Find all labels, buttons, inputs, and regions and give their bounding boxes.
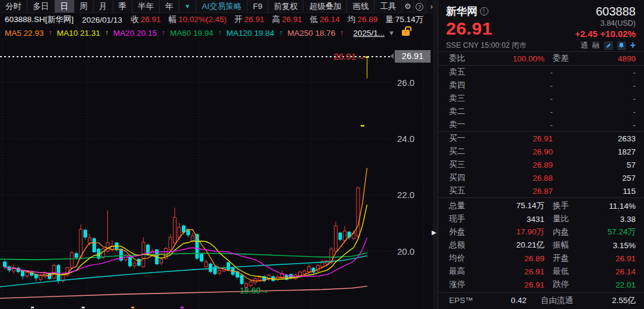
weibi-label: 委比 (449, 53, 482, 64)
menu-画线[interactable]: 画线 (347, 0, 374, 13)
weicha-value: 4890 (592, 54, 636, 63)
field-均: 均26.89 (348, 14, 377, 25)
bid-row-买五[interactable]: 买五26.87115 (438, 184, 644, 197)
quote-fields: 收26.91幅10.02%(2.45)开26.91高26.91低26.14均26… (131, 14, 431, 25)
ma-trend-arrow: ↑ (279, 29, 283, 37)
tab-年[interactable]: 年 (160, 0, 179, 13)
stat-l1: 外盘 (449, 227, 482, 237)
alert-bell-icon[interactable] (617, 41, 626, 50)
field-开: 开26.91 (234, 14, 264, 25)
MA250-line (0, 286, 367, 298)
period-dropdown-icon[interactable]: ▼ (179, 0, 197, 13)
stat-v1: 26.89 (482, 254, 544, 263)
bid-row-买二[interactable]: 买二26.901827 (438, 145, 644, 158)
ma-trend-arrow: ↑ (340, 29, 343, 37)
ask-row-卖一[interactable]: 卖一-- (438, 118, 644, 131)
tab-月[interactable]: 月 (94, 0, 113, 13)
stat-v2: 22.01 (592, 280, 636, 289)
edit-icon[interactable] (604, 41, 613, 50)
eps-value: 0.42 (491, 296, 527, 305)
weibi-row: 委比 100.00% 委差 4890 (438, 52, 644, 65)
stat-l2: 跌停 (553, 279, 592, 290)
range-caret-icon[interactable]: ▼ (388, 29, 395, 36)
stat-row-外盘: 外盘17.90万内盘57.24万 (438, 225, 644, 239)
info-icon[interactable]: ! (480, 7, 488, 16)
stat-l1: 涨停 (449, 279, 482, 290)
svg-text:24.0: 24.0 (397, 134, 414, 144)
ask-row-卖三[interactable]: 卖三-- (438, 92, 644, 105)
stat-v2: 26.14 (592, 267, 636, 276)
stat-l2: 换手 (553, 200, 592, 211)
help-icon[interactable]: ? (414, 0, 426, 13)
ask-book: 卖五--卖四--卖三--卖二--卖一-- (438, 65, 644, 131)
stat-v1: 3431 (482, 215, 544, 224)
stat-v1: 75.14万 (482, 200, 544, 211)
tab-日[interactable]: 日 (55, 0, 75, 13)
stat-v2: 11.14% (592, 202, 636, 211)
field-高: 高26.91 (272, 14, 302, 25)
ask-row-卖二[interactable]: 卖二-- (438, 105, 644, 118)
tab-分时[interactable]: 分时 (0, 0, 27, 13)
ma-legend-MA60: MA60 19.94 (170, 29, 213, 38)
stat-l2: 内盘 (553, 227, 592, 237)
quote-header: 新华网 ! 603888 26.91 3.84(USD) +2.45 +10.0… (438, 0, 644, 51)
badge-融[interactable]: 融 (592, 41, 600, 51)
collapse-panel-icon[interactable]: ▶ (432, 229, 436, 236)
chart-canvas[interactable]: 26.024.022.020.026.91→18.60→ (0, 39, 433, 309)
stat-v1: 26.91 (482, 267, 544, 276)
menu-工具[interactable]: 工具 (374, 0, 402, 13)
field-量: 量75.14万 (385, 14, 423, 25)
footer-section: EPS™ 0.42 自由流通 2.55亿 (438, 292, 644, 308)
ma-trend-arrow: ↑ (218, 29, 222, 37)
gear-icon[interactable]: ⚙ (402, 0, 414, 13)
last-price: 26.91 (446, 19, 493, 38)
bid-row-买四[interactable]: 买四26.88257 (438, 171, 644, 184)
stat-l1: 总量 (449, 200, 482, 211)
symbol-label: 603888.SH[新华网] (5, 14, 74, 25)
stat-l1: 现手 (449, 214, 482, 224)
tab-半年[interactable]: 半年 (132, 0, 160, 13)
stat-v2: 26.91 (592, 254, 636, 263)
menu-超级叠加[interactable]: 超级叠加 (304, 0, 347, 13)
add-watchlist-icon[interactable]: + (630, 40, 636, 51)
badge-通[interactable]: 通 (581, 41, 589, 51)
field-低: 低26.14 (310, 14, 340, 25)
menu-F9[interactable]: F9 (247, 0, 268, 13)
unlock-icon[interactable] (402, 30, 410, 36)
ma-legend-MA5: MA5 22.93 (5, 29, 44, 38)
stat-v1: 26.91 (482, 280, 544, 289)
stat-l2: 最低 (553, 266, 592, 277)
eps-label: EPS™ (449, 296, 491, 305)
ask-row-卖五[interactable]: 卖五-- (438, 66, 644, 79)
tab-季[interactable]: 季 (113, 0, 133, 13)
badge-box: 通融+ (581, 40, 636, 51)
menu-AI交易策略[interactable]: AI交易策略 (196, 0, 247, 13)
period-toolbar: 分时多日日周月季半年年▼AI交易策略F9前复权超级叠加画线工具⚙?› (0, 0, 438, 13)
stat-l1: 最高 (449, 266, 482, 277)
stat-l2: 振幅 (553, 240, 592, 251)
ma-legend-items: MA5 22.93↑MA10 21.31↑MA20 20.15↑MA60 19.… (5, 29, 348, 38)
date-range-selector[interactable]: 2025/1... (353, 29, 385, 38)
bid-row-买三[interactable]: 买三26.8957 (438, 158, 644, 171)
ma-legend-bar: MA5 22.93↑MA10 21.31↑MA20 20.15↑MA60 19.… (0, 26, 438, 39)
tab-周[interactable]: 周 (75, 0, 94, 13)
ma-legend-MA120: MA120 19.84 (227, 29, 274, 38)
panel-divider[interactable]: ▶ (433, 0, 438, 309)
stat-l2: 开盘 (553, 253, 592, 264)
ma-trend-arrow: ↑ (105, 29, 109, 37)
ma-legend-MA20: MA20 20.15 (113, 29, 157, 38)
trading-terminal: 分时多日日周月季半年年▼AI交易策略F9前复权超级叠加画线工具⚙?› 60388… (0, 0, 644, 309)
stat-row-总额: 总额20.21亿振幅3.15% (438, 239, 644, 252)
tab-多日[interactable]: 多日 (27, 0, 55, 13)
menu-前复权[interactable]: 前复权 (268, 0, 304, 13)
session-status: SSE CNY 15:00:02 闭市 (446, 41, 527, 51)
low-price-annotation: 18.60→ (240, 286, 269, 295)
candlestick-chart[interactable]: 26.024.022.020.026.91→18.60→ 26.91 (0, 39, 433, 309)
stat-v2: 57.24万 (592, 227, 636, 237)
bid-row-买一[interactable]: 买一26.912633 (438, 132, 644, 145)
stat-v1: 20.21亿 (482, 240, 544, 251)
quote-panel: 新华网 ! 603888 26.91 3.84(USD) +2.45 +10.0… (438, 0, 644, 309)
usd-price: 3.84(USD) (575, 19, 636, 27)
stat-l1: 总额 (449, 240, 482, 251)
ask-row-卖四[interactable]: 卖四-- (438, 79, 644, 92)
